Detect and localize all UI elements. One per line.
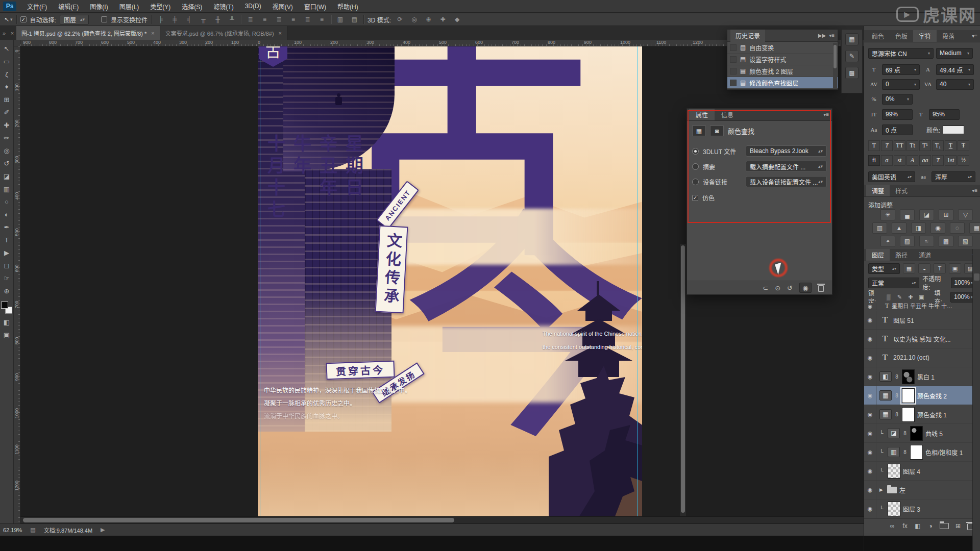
- distribute-icon[interactable]: ≡: [259, 15, 270, 24]
- history-step[interactable]: ▤ 修改颜色查找图层: [727, 77, 838, 89]
- layer-mask-thumbnail[interactable]: [902, 369, 915, 384]
- document-tab[interactable]: 图-1 拷贝.psd @ 62.2% (颜色查找 2, 图层蒙版/8) * ×: [16, 26, 160, 40]
- dock-tab[interactable]: 路径: [890, 249, 913, 261]
- pen-tool[interactable]: ✒: [0, 221, 14, 234]
- marquee-tool[interactable]: ▭: [0, 55, 14, 68]
- lock-icon[interactable]: ▒: [885, 294, 893, 300]
- history-step[interactable]: ▤ 颜色查找 2 图层: [727, 65, 838, 77]
- type-tool[interactable]: T: [0, 234, 14, 246]
- dodge-tool[interactable]: ◐: [0, 208, 14, 221]
- 3d-mode-icon[interactable]: ◆: [452, 15, 462, 24]
- align-icon[interactable]: ╞: [155, 15, 166, 24]
- new-layer-icon[interactable]: ⊞: [954, 522, 962, 530]
- opentype-button[interactable]: T: [932, 155, 944, 166]
- tab-overflow-icon[interactable]: »: [0, 26, 8, 40]
- foreground-color-swatch[interactable]: [1, 302, 8, 309]
- adjustment-layer-icon[interactable]: [879, 371, 892, 382]
- lock-icon[interactable]: ✚: [906, 294, 915, 300]
- collapsed-panel-icon[interactable]: ▩: [845, 67, 859, 79]
- type-style-button[interactable]: T: [881, 140, 893, 151]
- menu-item[interactable]: 选择(S): [176, 0, 208, 13]
- layer-row[interactable]: ◉ T 黑白 1: [864, 367, 980, 386]
- layer-filter-icon[interactable]: ◒: [918, 263, 930, 273]
- layer-visibility-icon[interactable]: ◉: [864, 481, 876, 499]
- layer-name[interactable]: 颜色查找 1: [917, 410, 947, 419]
- scrollbar-thumb[interactable]: [681, 245, 685, 513]
- opentype-button[interactable]: 1st: [945, 155, 957, 166]
- menu-item[interactable]: 类型(Y): [144, 0, 176, 13]
- layer-visibility-icon[interactable]: ◉: [864, 424, 876, 442]
- horizontal-scrollbar[interactable]: [20, 516, 864, 523]
- adjustment-icon[interactable]: ▥: [872, 222, 887, 234]
- dock-tab[interactable]: 图层: [866, 249, 890, 261]
- auto-select-checkbox[interactable]: ✓: [20, 16, 27, 22]
- layer-mask-thumbnail[interactable]: [910, 426, 923, 441]
- layer-row[interactable]: ◉ T 2021.10 (oct): [864, 348, 980, 367]
- text-color-swatch[interactable]: [943, 126, 964, 134]
- baseline-shift-field[interactable]: 0 点: [882, 124, 913, 135]
- dock-tab[interactable]: 字符: [913, 30, 937, 42]
- layer-row[interactable]: ◉ T 左: [864, 481, 980, 499]
- 3d-mode-icon[interactable]: ⊕: [423, 15, 434, 24]
- panel-menu-icon[interactable]: ▾≡: [972, 33, 977, 39]
- dock-tab[interactable]: 颜色: [866, 30, 890, 42]
- font-family-select[interactable]: 思源宋体 CN▾: [868, 48, 934, 59]
- layer-name[interactable]: 以史为镜 感知 文化...: [893, 335, 951, 343]
- healing-brush-tool[interactable]: ✚: [0, 119, 14, 132]
- distribute-icon[interactable]: ≣: [274, 15, 284, 24]
- collapsed-panel-icon[interactable]: [974, 273, 979, 281]
- shape-tool[interactable]: ◻: [0, 259, 14, 272]
- color-swatches[interactable]: [1, 302, 12, 314]
- screen-mode-icon[interactable]: ▣: [0, 329, 14, 341]
- tracking-field[interactable]: 40▾: [936, 79, 974, 90]
- menu-item[interactable]: 编辑(E): [53, 0, 84, 13]
- dock-tab[interactable]: 样式: [890, 185, 913, 196]
- layer-row[interactable]: ◉ T 以史为镜 感知 文化...: [864, 330, 980, 348]
- layer-mask-thumbnail[interactable]: [902, 388, 915, 403]
- adjustment-layer-icon[interactable]: [888, 447, 900, 457]
- mask-link-icon[interactable]: [902, 449, 908, 455]
- distribute-icon[interactable]: ≣: [245, 15, 256, 24]
- layer-thumbnail[interactable]: [888, 502, 900, 516]
- adjustment-icon[interactable]: ▨: [900, 236, 915, 247]
- align-icon[interactable]: ╫: [212, 15, 223, 24]
- eyedropper-tool[interactable]: ✐: [0, 106, 14, 119]
- adjustment-icon[interactable]: ◉: [930, 222, 945, 234]
- adjustment-icon[interactable]: ⊞: [939, 209, 953, 220]
- panel-menu-icon[interactable]: ▾≡: [829, 33, 835, 38]
- adjustment-icon[interactable]: ▧: [958, 236, 973, 247]
- blend-mode-select[interactable]: 正常▴▾: [868, 278, 919, 288]
- vertical-scrollbar[interactable]: [680, 244, 686, 516]
- auto-align-icon[interactable]: ▤: [349, 15, 360, 24]
- panel-menu-icon[interactable]: ▾≡: [972, 188, 977, 193]
- zoom-tool[interactable]: ⊕: [0, 285, 14, 297]
- layer-visibility-icon[interactable]: ◉: [864, 367, 876, 386]
- font-size-field[interactable]: 69 点▾: [882, 64, 920, 75]
- dock-tab[interactable]: 色板: [890, 30, 913, 42]
- layer-row[interactable]: ◉ T 颜色查找 1: [864, 405, 980, 424]
- layer-name[interactable]: 色相/饱和度 1: [925, 448, 963, 457]
- proportional-spacing-field[interactable]: 0%▾: [882, 94, 913, 105]
- layer-row[interactable]: ◉ T 图层 3: [864, 499, 980, 518]
- history-source-checkbox[interactable]: [730, 56, 737, 63]
- layer-name[interactable]: 左: [899, 486, 905, 494]
- type-style-button[interactable]: T₁: [932, 140, 944, 151]
- lasso-tool[interactable]: ζ: [0, 68, 14, 81]
- collapsed-panel-icon[interactable]: ✎: [845, 50, 859, 62]
- close-icon[interactable]: ×: [8, 26, 16, 40]
- toggle-visibility-icon[interactable]: ◉: [799, 283, 812, 293]
- layer-name[interactable]: 2021.10 (oct): [893, 354, 929, 361]
- layer-row[interactable]: ◉ T 颜色查找 2: [864, 386, 980, 405]
- layer-visibility-icon[interactable]: ◉: [864, 311, 876, 329]
- mask-link-icon[interactable]: [894, 374, 899, 380]
- layer-filter-select[interactable]: 类型▴▾: [868, 263, 900, 274]
- layer-name[interactable]: 图层 51: [893, 316, 914, 324]
- adjustment-icon[interactable]: ▩: [939, 236, 953, 247]
- dock-tab[interactable]: 通道: [913, 249, 937, 261]
- blur-tool[interactable]: ○: [0, 195, 14, 208]
- adjustment-icon[interactable]: ▽: [958, 209, 973, 220]
- poster-canvas[interactable]: 古 今 星期日辛丑年牛年十月十七 ANCIENT 文化传承 贯穿古今 继承发扬: [258, 46, 642, 516]
- quick-select-tool[interactable]: ✦: [0, 81, 14, 93]
- type-style-button[interactable]: Tt: [906, 140, 918, 151]
- layer-row[interactable]: ◉ T 色相/饱和度 1: [864, 443, 980, 462]
